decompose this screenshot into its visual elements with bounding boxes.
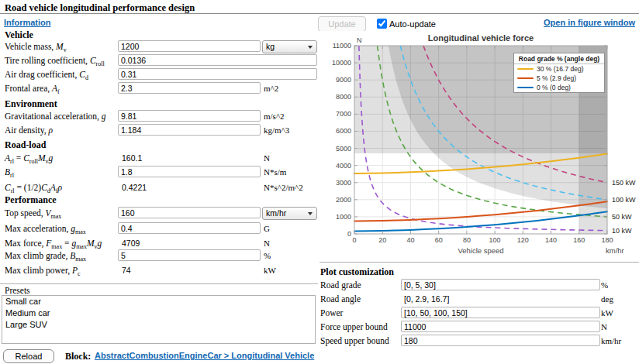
legend-label: 5 % (2.9 deg) — [537, 74, 576, 82]
air-density-unit: kg/m^3 — [264, 125, 289, 135]
svg-text:140: 140 — [545, 236, 557, 244]
top-speed-unit-select[interactable]: km/hr — [262, 207, 317, 220]
b-rl-unit: N*s/m — [264, 167, 286, 177]
max-climb-power-unit: kW — [264, 266, 276, 275]
svg-text:11000: 11000 — [333, 42, 351, 50]
max-accel-label: Max acceleration, gmax — [5, 224, 86, 235]
power-label: Power — [320, 308, 343, 318]
svg-text:120: 120 — [517, 236, 529, 244]
section-environment: Environment — [5, 98, 57, 110]
vehicle-mass-input[interactable] — [118, 40, 261, 52]
svg-text:180: 180 — [601, 236, 613, 244]
air-density-input[interactable] — [118, 124, 261, 136]
list-item-medium-car[interactable]: Medium car — [2, 307, 315, 319]
power-unit: kW — [601, 308, 613, 318]
road-angle-value: [0, 2.9, 16.7] — [404, 294, 449, 304]
speed-upper-bound-unit: km/hr — [601, 336, 621, 345]
svg-text:Vehicle speed: Vehicle speed — [458, 246, 503, 255]
svg-text:5000: 5000 — [336, 145, 351, 153]
block-label: Block: — [65, 351, 91, 362]
svg-text:9000: 9000 — [336, 76, 351, 84]
svg-text:100: 100 — [489, 236, 501, 244]
svg-text:3000: 3000 — [336, 179, 351, 187]
road-grade-label: Road grade — [320, 280, 361, 290]
svg-text:40: 40 — [406, 236, 414, 244]
list-item-large-suv[interactable]: Large SUV — [2, 319, 315, 331]
road-grade-unit: % — [601, 280, 608, 290]
legend-title: Road grade % (angle deg) — [514, 53, 604, 64]
svg-text:50 kW: 50 kW — [612, 213, 632, 221]
svg-text:0: 0 — [352, 236, 356, 244]
svg-text:N: N — [357, 36, 362, 44]
legend-entry: 30 % (16.7 deg) — [514, 64, 604, 74]
legend-label: 30 % (16.7 deg) — [537, 65, 583, 73]
auto-update-label: Auto-update — [389, 19, 436, 29]
air-density-label: Air density, ρ — [5, 125, 53, 135]
frontal-area-label: Frontal area, Af — [5, 84, 60, 95]
speed-upper-bound-input[interactable] — [401, 335, 600, 346]
information-link[interactable]: Information — [4, 18, 51, 27]
force-upper-bound-unit: N — [601, 322, 607, 331]
max-force-value: 4709 — [122, 239, 140, 248]
speed-upper-bound-label: Speed upper bound — [320, 336, 389, 345]
svg-text:20: 20 — [378, 236, 386, 244]
vehicle-mass-unit-select[interactable]: kg — [262, 40, 317, 53]
svg-text:80: 80 — [463, 236, 471, 244]
road-angle-unit: deg — [601, 294, 613, 304]
max-accel-input[interactable] — [118, 222, 261, 234]
svg-text:150 kW: 150 kW — [612, 179, 636, 187]
tire-rolling-input[interactable] — [118, 54, 317, 66]
presets-listbox[interactable]: Small car Medium car Large SUV — [2, 295, 316, 344]
svg-text:Longitudinal vehicle force: Longitudinal vehicle force — [428, 33, 534, 43]
force-upper-bound-label: Force upper bound — [320, 322, 388, 331]
a-rl-value: 160.1 — [122, 153, 142, 163]
a-rl-unit: N — [264, 153, 270, 163]
svg-text:8000: 8000 — [336, 93, 351, 101]
power-input[interactable] — [401, 307, 600, 318]
svg-text:7000: 7000 — [336, 110, 351, 118]
vehicle-mass-label: Vehicle mass, Mv — [5, 42, 67, 53]
legend-swatch-5pct — [517, 77, 534, 80]
gravity-input[interactable] — [118, 110, 261, 122]
force-upper-bound-input[interactable] — [401, 321, 600, 332]
title-divider — [0, 13, 639, 14]
max-climb-grade-label: Max climb grade, Bmax — [5, 251, 86, 263]
a-rl-label: Arl = CrollMvg — [5, 153, 53, 165]
svg-text:0: 0 — [347, 230, 351, 238]
legend-label: 0 % (0 deg) — [537, 84, 571, 91]
presets-divider — [0, 283, 318, 284]
c-rl-value: 0.4221 — [122, 183, 147, 192]
section-road-load: Road-load — [5, 139, 46, 151]
frontal-area-input[interactable] — [118, 82, 261, 94]
legend-entry: 5 % (2.9 deg) — [514, 74, 604, 83]
road-grade-input[interactable] — [401, 279, 600, 290]
list-item-small-car[interactable]: Small car — [2, 296, 315, 307]
open-figure-window-link[interactable]: Open in figure window — [544, 18, 635, 27]
section-performance: Performance — [5, 194, 57, 206]
max-climb-power-value: 74 — [122, 266, 131, 275]
top-speed-unit-value: km/hr — [266, 208, 286, 218]
air-drag-input[interactable] — [118, 68, 317, 80]
top-speed-label: Top speed, Vmax — [5, 208, 61, 220]
gravity-label: Gravitational acceleration, g — [5, 112, 106, 121]
update-button[interactable]: Update — [318, 16, 366, 32]
b-rl-input[interactable] — [118, 166, 261, 177]
plot-customization-divider — [320, 262, 639, 263]
max-accel-unit: G — [264, 224, 270, 233]
max-climb-power-label: Max climb power, Pc — [5, 266, 81, 277]
auto-update-checkbox[interactable] — [377, 19, 387, 29]
svg-text:1000: 1000 — [336, 213, 351, 221]
road-angle-label: Road angle — [320, 294, 361, 304]
max-climb-grade-input[interactable] — [118, 249, 261, 261]
svg-text:4000: 4000 — [336, 162, 351, 170]
top-speed-input[interactable] — [118, 207, 261, 218]
chart-legend: Road grade % (angle deg) 30 % (16.7 deg)… — [513, 53, 605, 93]
presets-label: Presets — [5, 286, 30, 295]
chevron-down-icon — [308, 46, 313, 49]
legend-entry: 0 % (0 deg) — [514, 83, 604, 92]
c-rl-unit: N*s^2/m^2 — [264, 183, 303, 192]
reload-button[interactable]: Reload — [3, 349, 54, 363]
chart: 150 kW100 kW50 kW10 kW020406080100120140… — [320, 31, 639, 263]
block-path-link[interactable]: AbstractCombustionEngineCar > Longitudin… — [95, 351, 314, 360]
svg-text:60: 60 — [435, 236, 443, 244]
